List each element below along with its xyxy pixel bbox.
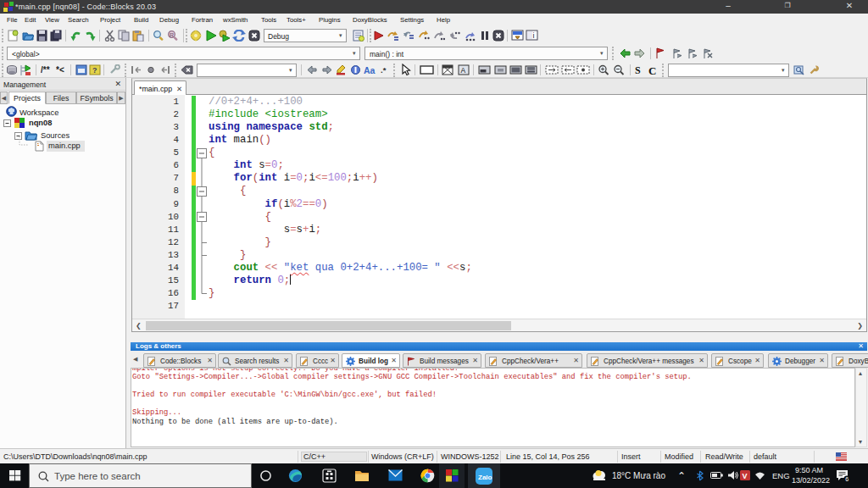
svg-text:.*: .* bbox=[381, 65, 387, 75]
svg-text:*<: *< bbox=[56, 65, 64, 75]
svg-text:i: i bbox=[533, 31, 535, 40]
svg-text:A: A bbox=[461, 66, 466, 75]
svg-text:V: V bbox=[743, 472, 748, 480]
svg-text:S: S bbox=[635, 64, 641, 76]
svg-text:Zalo: Zalo bbox=[478, 474, 492, 481]
svg-text:?: ? bbox=[92, 66, 97, 75]
svg-text:6: 6 bbox=[845, 476, 849, 482]
svg-text:C: C bbox=[648, 64, 656, 77]
svg-text:R: R bbox=[170, 32, 174, 38]
svg-text:Aa: Aa bbox=[364, 65, 376, 75]
svg-text:/**: /** bbox=[41, 65, 50, 75]
